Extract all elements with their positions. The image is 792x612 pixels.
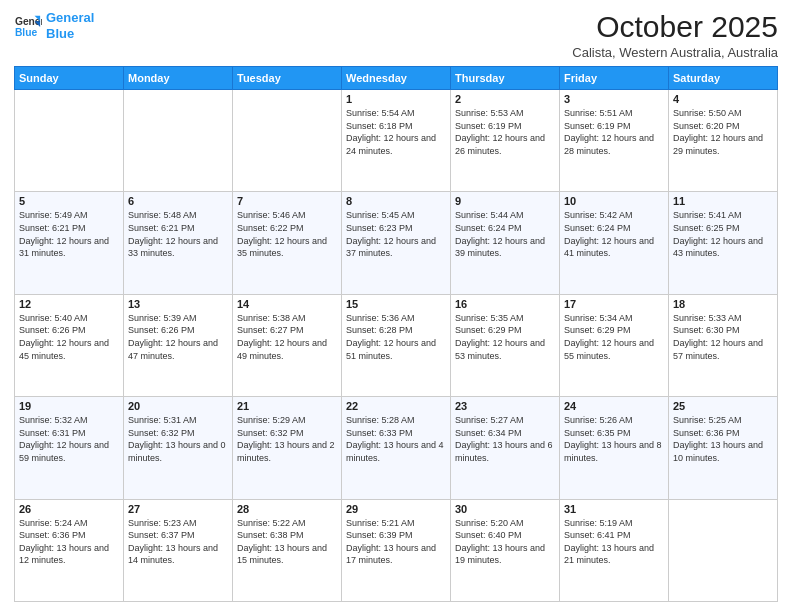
calendar-cell: 30Sunrise: 5:20 AMSunset: 6:40 PMDayligh… xyxy=(451,499,560,601)
logo-icon: General Blue xyxy=(14,12,42,40)
header-thursday: Thursday xyxy=(451,67,560,90)
day-number: 15 xyxy=(346,298,446,310)
weekday-header-row: Sunday Monday Tuesday Wednesday Thursday… xyxy=(15,67,778,90)
calendar-cell: 7Sunrise: 5:46 AMSunset: 6:22 PMDaylight… xyxy=(233,192,342,294)
day-number: 29 xyxy=(346,503,446,515)
calendar-cell: 5Sunrise: 5:49 AMSunset: 6:21 PMDaylight… xyxy=(15,192,124,294)
calendar-cell: 23Sunrise: 5:27 AMSunset: 6:34 PMDayligh… xyxy=(451,397,560,499)
day-number: 4 xyxy=(673,93,773,105)
calendar-week-row: 1Sunrise: 5:54 AMSunset: 6:18 PMDaylight… xyxy=(15,90,778,192)
title-block: October 2025 Calista, Western Australia,… xyxy=(572,10,778,60)
calendar-cell: 15Sunrise: 5:36 AMSunset: 6:28 PMDayligh… xyxy=(342,294,451,396)
calendar-cell: 2Sunrise: 5:53 AMSunset: 6:19 PMDaylight… xyxy=(451,90,560,192)
location-subtitle: Calista, Western Australia, Australia xyxy=(572,45,778,60)
calendar-week-row: 19Sunrise: 5:32 AMSunset: 6:31 PMDayligh… xyxy=(15,397,778,499)
day-number: 25 xyxy=(673,400,773,412)
calendar-cell: 11Sunrise: 5:41 AMSunset: 6:25 PMDayligh… xyxy=(669,192,778,294)
day-info: Sunrise: 5:53 AMSunset: 6:19 PMDaylight:… xyxy=(455,107,555,157)
calendar-week-row: 26Sunrise: 5:24 AMSunset: 6:36 PMDayligh… xyxy=(15,499,778,601)
calendar-cell xyxy=(669,499,778,601)
day-info: Sunrise: 5:26 AMSunset: 6:35 PMDaylight:… xyxy=(564,414,664,464)
calendar-cell: 21Sunrise: 5:29 AMSunset: 6:32 PMDayligh… xyxy=(233,397,342,499)
day-number: 8 xyxy=(346,195,446,207)
day-info: Sunrise: 5:39 AMSunset: 6:26 PMDaylight:… xyxy=(128,312,228,362)
day-info: Sunrise: 5:34 AMSunset: 6:29 PMDaylight:… xyxy=(564,312,664,362)
header-friday: Friday xyxy=(560,67,669,90)
calendar-cell xyxy=(124,90,233,192)
calendar-cell: 8Sunrise: 5:45 AMSunset: 6:23 PMDaylight… xyxy=(342,192,451,294)
calendar-cell: 18Sunrise: 5:33 AMSunset: 6:30 PMDayligh… xyxy=(669,294,778,396)
day-info: Sunrise: 5:46 AMSunset: 6:22 PMDaylight:… xyxy=(237,209,337,259)
day-number: 17 xyxy=(564,298,664,310)
calendar-cell: 26Sunrise: 5:24 AMSunset: 6:36 PMDayligh… xyxy=(15,499,124,601)
day-info: Sunrise: 5:41 AMSunset: 6:25 PMDaylight:… xyxy=(673,209,773,259)
day-number: 13 xyxy=(128,298,228,310)
day-info: Sunrise: 5:35 AMSunset: 6:29 PMDaylight:… xyxy=(455,312,555,362)
day-number: 28 xyxy=(237,503,337,515)
day-info: Sunrise: 5:40 AMSunset: 6:26 PMDaylight:… xyxy=(19,312,119,362)
day-info: Sunrise: 5:44 AMSunset: 6:24 PMDaylight:… xyxy=(455,209,555,259)
day-info: Sunrise: 5:50 AMSunset: 6:20 PMDaylight:… xyxy=(673,107,773,157)
calendar-cell xyxy=(233,90,342,192)
day-info: Sunrise: 5:24 AMSunset: 6:36 PMDaylight:… xyxy=(19,517,119,567)
day-info: Sunrise: 5:28 AMSunset: 6:33 PMDaylight:… xyxy=(346,414,446,464)
calendar-cell: 24Sunrise: 5:26 AMSunset: 6:35 PMDayligh… xyxy=(560,397,669,499)
day-info: Sunrise: 5:25 AMSunset: 6:36 PMDaylight:… xyxy=(673,414,773,464)
day-number: 21 xyxy=(237,400,337,412)
day-number: 18 xyxy=(673,298,773,310)
day-info: Sunrise: 5:48 AMSunset: 6:21 PMDaylight:… xyxy=(128,209,228,259)
day-number: 12 xyxy=(19,298,119,310)
calendar-cell: 29Sunrise: 5:21 AMSunset: 6:39 PMDayligh… xyxy=(342,499,451,601)
calendar-week-row: 12Sunrise: 5:40 AMSunset: 6:26 PMDayligh… xyxy=(15,294,778,396)
logo-text-line2: Blue xyxy=(46,26,94,42)
day-number: 16 xyxy=(455,298,555,310)
header-tuesday: Tuesday xyxy=(233,67,342,90)
calendar-cell: 27Sunrise: 5:23 AMSunset: 6:37 PMDayligh… xyxy=(124,499,233,601)
day-info: Sunrise: 5:42 AMSunset: 6:24 PMDaylight:… xyxy=(564,209,664,259)
day-info: Sunrise: 5:21 AMSunset: 6:39 PMDaylight:… xyxy=(346,517,446,567)
calendar-cell: 31Sunrise: 5:19 AMSunset: 6:41 PMDayligh… xyxy=(560,499,669,601)
day-info: Sunrise: 5:36 AMSunset: 6:28 PMDaylight:… xyxy=(346,312,446,362)
day-number: 19 xyxy=(19,400,119,412)
header-saturday: Saturday xyxy=(669,67,778,90)
day-number: 27 xyxy=(128,503,228,515)
day-number: 31 xyxy=(564,503,664,515)
calendar-cell: 28Sunrise: 5:22 AMSunset: 6:38 PMDayligh… xyxy=(233,499,342,601)
logo-text-line1: General xyxy=(46,10,94,26)
day-info: Sunrise: 5:54 AMSunset: 6:18 PMDaylight:… xyxy=(346,107,446,157)
logo-blue: Blue xyxy=(46,26,74,41)
day-number: 30 xyxy=(455,503,555,515)
day-info: Sunrise: 5:27 AMSunset: 6:34 PMDaylight:… xyxy=(455,414,555,464)
day-number: 11 xyxy=(673,195,773,207)
day-number: 24 xyxy=(564,400,664,412)
calendar-cell: 16Sunrise: 5:35 AMSunset: 6:29 PMDayligh… xyxy=(451,294,560,396)
calendar-cell: 4Sunrise: 5:50 AMSunset: 6:20 PMDaylight… xyxy=(669,90,778,192)
day-info: Sunrise: 5:45 AMSunset: 6:23 PMDaylight:… xyxy=(346,209,446,259)
header-monday: Monday xyxy=(124,67,233,90)
day-info: Sunrise: 5:22 AMSunset: 6:38 PMDaylight:… xyxy=(237,517,337,567)
day-info: Sunrise: 5:20 AMSunset: 6:40 PMDaylight:… xyxy=(455,517,555,567)
day-number: 23 xyxy=(455,400,555,412)
svg-text:Blue: Blue xyxy=(15,27,38,38)
calendar-cell: 3Sunrise: 5:51 AMSunset: 6:19 PMDaylight… xyxy=(560,90,669,192)
day-number: 10 xyxy=(564,195,664,207)
day-number: 1 xyxy=(346,93,446,105)
month-title: October 2025 xyxy=(572,10,778,43)
page: General Blue General Blue October 2025 C… xyxy=(0,0,792,612)
day-number: 26 xyxy=(19,503,119,515)
day-number: 2 xyxy=(455,93,555,105)
day-info: Sunrise: 5:38 AMSunset: 6:27 PMDaylight:… xyxy=(237,312,337,362)
calendar-cell: 22Sunrise: 5:28 AMSunset: 6:33 PMDayligh… xyxy=(342,397,451,499)
day-number: 5 xyxy=(19,195,119,207)
day-number: 6 xyxy=(128,195,228,207)
day-number: 14 xyxy=(237,298,337,310)
calendar-cell xyxy=(15,90,124,192)
calendar-cell: 6Sunrise: 5:48 AMSunset: 6:21 PMDaylight… xyxy=(124,192,233,294)
day-info: Sunrise: 5:33 AMSunset: 6:30 PMDaylight:… xyxy=(673,312,773,362)
logo: General Blue General Blue xyxy=(14,10,94,41)
day-number: 22 xyxy=(346,400,446,412)
day-info: Sunrise: 5:49 AMSunset: 6:21 PMDaylight:… xyxy=(19,209,119,259)
calendar-cell: 10Sunrise: 5:42 AMSunset: 6:24 PMDayligh… xyxy=(560,192,669,294)
day-info: Sunrise: 5:23 AMSunset: 6:37 PMDaylight:… xyxy=(128,517,228,567)
day-number: 9 xyxy=(455,195,555,207)
